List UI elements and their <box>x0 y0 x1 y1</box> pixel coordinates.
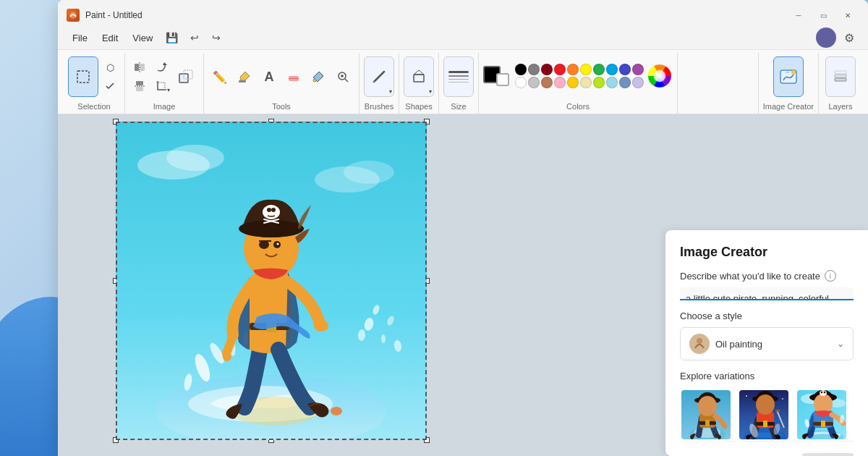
svg-rect-96 <box>821 421 825 427</box>
ribbon-group-selection: ⬡ Selection <box>64 53 125 114</box>
style-name: Oil painting <box>715 339 831 350</box>
color-swatch[interactable] <box>606 64 618 75</box>
svg-rect-73 <box>705 420 710 426</box>
svg-point-71 <box>698 396 717 416</box>
canvas-wrapper <box>116 122 658 443</box>
shapes-button[interactable]: ▾ <box>404 56 434 97</box>
svg-point-101 <box>824 392 825 393</box>
tools-row1: ✏️ A <box>208 65 281 88</box>
color-swatch[interactable] <box>541 77 553 88</box>
image-tools: ▾ <box>129 53 199 102</box>
image-col1 <box>129 59 150 95</box>
crop-button[interactable]: ▾ <box>151 77 171 95</box>
color-swatch[interactable] <box>580 64 592 75</box>
eraser-button[interactable] <box>282 65 305 88</box>
profile-avatar[interactable] <box>816 28 836 48</box>
flip-horizontal-button[interactable] <box>129 59 150 76</box>
layers-label: Layers <box>828 102 852 114</box>
style-dropdown[interactable]: Oil painting ⌄ <box>680 327 854 360</box>
selection-tool-button[interactable] <box>68 56 98 97</box>
color-swatch[interactable] <box>541 64 553 75</box>
secondary-color-box[interactable] <box>496 73 509 86</box>
app-icon <box>67 9 80 22</box>
menu-edit[interactable]: Edit <box>96 30 124 46</box>
free-select-button[interactable]: ⬡ <box>100 59 120 76</box>
color-swatch[interactable] <box>580 77 592 88</box>
pirate-image <box>116 122 427 440</box>
color-swatch[interactable] <box>554 77 566 88</box>
pencil-button[interactable]: ✏️ <box>208 65 231 88</box>
image-label: Image <box>153 102 176 114</box>
layers-content <box>825 53 856 102</box>
variation-thumb-3[interactable] <box>796 389 848 441</box>
close-button[interactable]: ✕ <box>836 7 859 24</box>
color-swatch[interactable] <box>593 77 605 88</box>
size-button[interactable] <box>443 56 474 97</box>
fill-button[interactable] <box>233 65 256 88</box>
layers-button[interactable] <box>825 56 856 97</box>
svg-point-81 <box>756 394 775 415</box>
svg-rect-1 <box>77 71 89 83</box>
color-swatches-grid <box>515 64 644 88</box>
ribbon-group-image: ▾ Image <box>125 53 204 114</box>
color-swatch[interactable] <box>554 64 566 75</box>
info-icon[interactable]: i <box>825 270 836 282</box>
window-controls: ─ ▭ ✕ <box>787 7 859 24</box>
image-creator-content <box>773 53 804 102</box>
color-swatch[interactable] <box>515 77 527 88</box>
brushes-button[interactable]: ▾ <box>364 56 394 97</box>
menu-view[interactable]: View <box>127 30 158 46</box>
selection-options: ⬡ <box>100 59 120 95</box>
svg-point-75 <box>746 395 747 397</box>
canvas-container <box>116 122 427 440</box>
resize-button[interactable] <box>173 62 199 91</box>
variation-thumb-2[interactable] <box>738 389 790 441</box>
size-content <box>443 53 474 102</box>
svg-rect-26 <box>835 78 846 81</box>
prompt-textarea[interactable]: a little cute pirate, running, colorful,… <box>680 287 854 300</box>
minimize-button[interactable]: ─ <box>787 7 810 24</box>
color-swatch[interactable] <box>632 64 644 75</box>
svg-point-50 <box>271 208 276 212</box>
ribbon-spacer <box>678 53 758 114</box>
tools-content: ✏️ A <box>208 53 354 102</box>
svg-rect-27 <box>835 75 846 77</box>
variation-thumb-1[interactable] <box>680 389 732 441</box>
cancel-button[interactable]: Cancel <box>680 453 720 456</box>
svg-rect-19 <box>414 75 424 82</box>
color-swatch[interactable] <box>593 64 605 75</box>
color-wheel-button[interactable] <box>647 63 673 89</box>
image-creator-button[interactable] <box>773 56 804 97</box>
save-button[interactable]: 💾 <box>161 28 182 48</box>
rotate-button[interactable] <box>151 59 171 76</box>
create-button[interactable]: Create <box>802 453 854 456</box>
color-swatch[interactable] <box>619 77 631 88</box>
image-creator-label: Image Creator <box>763 102 814 114</box>
svg-rect-85 <box>775 410 780 412</box>
svg-point-44 <box>314 320 328 332</box>
color-swatch[interactable] <box>632 77 644 88</box>
menu-file[interactable]: File <box>67 30 93 46</box>
color-swatch[interactable] <box>528 64 540 75</box>
undo-button[interactable]: ↩ <box>184 28 205 48</box>
zoom-button[interactable] <box>331 65 354 88</box>
color-swatch[interactable] <box>619 64 631 75</box>
maximize-button[interactable]: ▭ <box>812 7 835 24</box>
redo-button[interactable]: ↪ <box>206 28 226 48</box>
svg-point-57 <box>331 407 342 415</box>
text-button[interactable]: A <box>258 65 281 88</box>
colors-row-1 <box>515 64 644 75</box>
svg-point-61 <box>381 334 386 343</box>
flip-vertical-button[interactable] <box>129 77 150 95</box>
color-swatch[interactable] <box>515 64 527 75</box>
color-swatch[interactable] <box>606 77 618 88</box>
settings-button[interactable]: ⚙ <box>839 28 859 48</box>
color-swatch[interactable] <box>567 77 579 88</box>
brushes-label: Brushes <box>365 102 393 114</box>
color-swatch[interactable] <box>528 77 540 88</box>
svg-marker-20 <box>414 70 424 75</box>
color-swatch[interactable] <box>567 64 579 75</box>
select-all-button[interactable] <box>100 77 120 95</box>
brushes-content: ▾ <box>364 53 394 102</box>
color-picker-button[interactable] <box>307 65 330 88</box>
